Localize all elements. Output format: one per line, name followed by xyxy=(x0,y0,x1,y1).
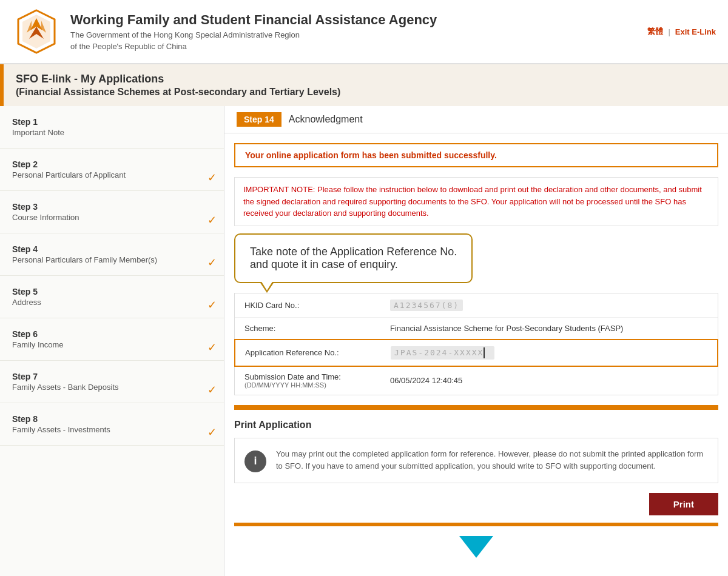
agency-logo xyxy=(12,7,61,56)
app-ref-row: Application Reference No.: JPAS-2024-XXX… xyxy=(234,339,718,367)
sidebar-step3-label: Step 3 xyxy=(12,202,214,212)
sidebar-step2-desc: Personal Particulars of Applicant xyxy=(12,170,214,179)
scheme-row: Scheme: Financial Assistance Scheme for … xyxy=(235,318,718,340)
app-ref-label: Application Reference No.: xyxy=(245,348,391,357)
sidebar-step6-desc: Family Income xyxy=(12,340,214,349)
sidebar-item-step1[interactable]: Step 1 Important Note xyxy=(0,106,224,149)
header-divider: | xyxy=(668,27,670,36)
agency-subtitle-2: of the People's Republic of China xyxy=(70,42,437,51)
submission-row: Submission Date and Time: (DD/MM/YYYY HH… xyxy=(235,366,718,395)
print-section: Print Application i You may print out th… xyxy=(234,420,718,484)
step7-checkmark: ✓ xyxy=(207,383,217,397)
exit-link[interactable]: Exit E-Link xyxy=(675,27,716,36)
submission-label: Submission Date and Time: (DD/MM/YYYY HH… xyxy=(244,372,390,389)
scheme-label: Scheme: xyxy=(244,324,390,333)
important-note: IMPORTANT NOTE: Please follow the instru… xyxy=(234,177,718,226)
hkid-label: HKID Card No.: xyxy=(244,301,390,310)
header-right: 繁體 | Exit E-Link xyxy=(647,26,716,37)
sidebar-step3-desc: Course Information xyxy=(12,213,214,222)
page-title-line1: SFO E-link - My Applications xyxy=(16,73,716,85)
sidebar-step4-desc: Personal Particulars of Family Member(s) xyxy=(12,255,214,264)
tooltip-line1: Take note of the Application Reference N… xyxy=(250,246,457,258)
sidebar-step5-desc: Address xyxy=(12,298,214,307)
main-content: Step 14 Acknowledgment Your online appli… xyxy=(224,106,728,576)
sidebar-step7-label: Step 7 xyxy=(12,372,214,381)
sidebar-item-step5[interactable]: Step 5 Address ✓ xyxy=(0,276,224,318)
cursor-blink xyxy=(484,347,491,358)
tooltip-wrap: Take note of the Application Reference N… xyxy=(234,233,718,283)
sidebar-step5-label: Step 5 xyxy=(12,287,214,296)
step3-checkmark: ✓ xyxy=(207,213,217,227)
print-button-row: Print xyxy=(234,493,718,515)
info-icon: i xyxy=(244,450,266,472)
scheme-value: Financial Assistance Scheme for Post-Sec… xyxy=(390,324,623,333)
step6-checkmark: ✓ xyxy=(207,341,217,354)
tooltip-line2: and quote it in case of enquiry. xyxy=(250,258,457,271)
agency-subtitle-1: The Government of the Hong Kong Special … xyxy=(70,30,437,39)
step-title: Acknowledgment xyxy=(289,114,363,125)
hkid-value: A1234567(8) xyxy=(390,300,463,311)
step-header: Step 14 Acknowledgment xyxy=(224,106,728,133)
step4-checkmark: ✓ xyxy=(207,256,217,269)
sidebar-item-step2[interactable]: Step 2 Personal Particulars of Applicant… xyxy=(0,149,224,191)
tooltip-bubble: Take note of the Application Reference N… xyxy=(234,233,473,283)
success-banner: Your online application form has been su… xyxy=(234,143,718,167)
sidebar-item-step8[interactable]: Step 8 Family Assets - Investments ✓ xyxy=(0,403,224,446)
main-layout: Step 1 Important Note Step 2 Personal Pa… xyxy=(0,106,728,576)
step-badge: Step 14 xyxy=(237,112,281,127)
print-button[interactable]: Print xyxy=(649,493,718,515)
sidebar-step1-desc: Important Note xyxy=(12,128,214,137)
header-text: Working Family and Student Financial Ass… xyxy=(70,12,437,51)
print-box-text: You may print out the completed applicat… xyxy=(276,448,708,474)
sidebar-item-step7[interactable]: Step 7 Family Assets - Bank Deposits ✓ xyxy=(0,361,224,403)
sidebar-step6-label: Step 6 xyxy=(12,329,214,339)
orange-separator xyxy=(234,405,718,410)
success-message: Your online application form has been su… xyxy=(245,150,707,160)
step5-checkmark: ✓ xyxy=(207,298,217,312)
sidebar: Step 1 Important Note Step 2 Personal Pa… xyxy=(0,106,224,576)
page-title-bar: SFO E-link - My Applications (Financial … xyxy=(0,64,728,106)
sidebar-step1-label: Step 1 xyxy=(12,117,214,127)
agency-name: Working Family and Student Financial Ass… xyxy=(70,12,437,28)
sidebar-step2-label: Step 2 xyxy=(12,159,214,169)
print-title: Print Application xyxy=(234,420,718,430)
header-left: Working Family and Student Financial Ass… xyxy=(12,7,437,56)
submission-value: 06/05/2024 12:40:45 xyxy=(390,376,462,385)
sidebar-item-step3[interactable]: Step 3 Course Information ✓ xyxy=(0,191,224,233)
lang-toggle[interactable]: 繁體 xyxy=(647,26,663,37)
step8-checkmark: ✓ xyxy=(207,426,217,439)
sidebar-item-step6[interactable]: Step 6 Family Income ✓ xyxy=(0,318,224,361)
step2-checkmark: ✓ xyxy=(207,171,217,184)
down-arrow-icon xyxy=(459,536,493,558)
sidebar-step8-desc: Family Assets - Investments xyxy=(12,425,214,434)
hkid-row: HKID Card No.: A1234567(8) xyxy=(235,293,718,318)
sidebar-step7-desc: Family Assets - Bank Deposits xyxy=(12,383,214,392)
page-header: Working Family and Student Financial Ass… xyxy=(0,0,728,64)
sidebar-step4-label: Step 4 xyxy=(12,244,214,254)
sidebar-item-step4[interactable]: Step 4 Personal Particulars of Family Me… xyxy=(0,233,224,276)
sidebar-step8-label: Step 8 xyxy=(12,414,214,424)
info-table: HKID Card No.: A1234567(8) Scheme: Finan… xyxy=(234,293,718,395)
print-box: i You may print out the completed applic… xyxy=(234,438,718,484)
down-arrow-wrap xyxy=(224,526,728,568)
page-title-line2: (Financial Assistance Schemes at Post-se… xyxy=(16,87,716,98)
app-ref-value: JPAS-2024-XXXXX xyxy=(391,346,494,360)
